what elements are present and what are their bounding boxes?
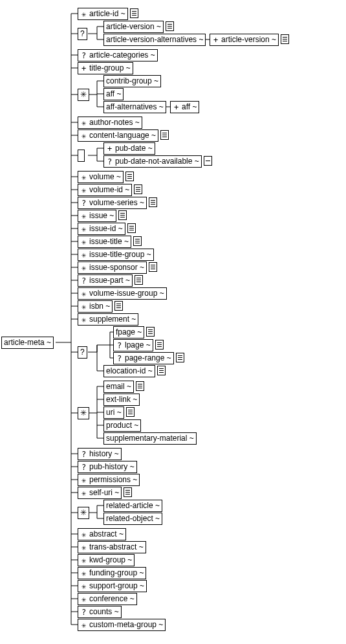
node-history: ?history ~ (78, 448, 122, 460)
node-article-id: ✳article-id ~ (78, 8, 128, 20)
node-label: pub-date-not-available ~ (115, 157, 199, 166)
node-label: page-range ~ (125, 353, 171, 362)
node-article-version: article-version ~ (103, 21, 164, 33)
doc-icon (130, 8, 138, 18)
doc-icon (114, 301, 123, 311)
node-label: isbn ~ (89, 302, 110, 311)
node-related-object: related-object ~ (103, 513, 162, 525)
occurrence-indicator: ✳ (80, 408, 87, 417)
node-label: volume ~ (89, 172, 121, 181)
node-label: email ~ (106, 382, 131, 391)
doc-icon (127, 223, 136, 233)
occurrence-indicator: ✳ (80, 250, 87, 260)
node-support-group: ✳support-group ~ (78, 580, 147, 592)
node-label: issue-title-group ~ (89, 250, 151, 259)
node-label: fpage ~ (116, 328, 142, 337)
doc-icon (133, 236, 142, 246)
node-label: article-id ~ (89, 9, 125, 18)
node-label: elocation-id ~ (106, 366, 153, 375)
node-elocation-id: elocation-id ~ (103, 365, 155, 377)
occurrence-indicator: ✳ (80, 582, 87, 591)
occurrence-indicator: ✳ (80, 131, 87, 140)
doc-icon (157, 366, 166, 375)
node-label: aff-alternatives ~ (106, 102, 164, 111)
node-self-uri: ✳self-uri ~ (78, 487, 122, 499)
node-label: trans-abstract ~ (89, 542, 144, 551)
choice-choice1: ? (78, 28, 87, 40)
node-label: lpage ~ (125, 340, 151, 350)
node-label: abstract ~ (89, 529, 124, 539)
choice-choice2: ✳ (78, 89, 89, 101)
node-volume-series: ?volume-series ~ (78, 197, 147, 209)
node-ext-link: ext-link ~ (103, 394, 140, 406)
node-aff: aff ~ (103, 88, 124, 100)
node-label: issue-id ~ (89, 224, 123, 233)
node-custom-meta-group: ✳custom-meta-group ~ (78, 619, 166, 631)
occurrence-indicator: + (106, 144, 113, 153)
collapse-icon (204, 156, 212, 166)
node-abstract: ✳abstract ~ (78, 528, 126, 540)
occurrence-indicator: ? (116, 341, 123, 350)
node-conference: ✳conference ~ (78, 593, 137, 605)
occurrence-indicator: ? (80, 608, 87, 617)
choice-choice4: ? (78, 346, 87, 359)
occurrence-indicator: ✳ (80, 238, 87, 247)
node-label: volume-series ~ (89, 198, 144, 207)
occurrence-indicator: ? (80, 51, 87, 60)
node-label: issue-part ~ (89, 276, 130, 285)
node-aff-child: +aff ~ (170, 101, 199, 113)
occurrence-indicator: + (212, 36, 219, 45)
node-pub-date: +pub-date ~ (103, 142, 155, 155)
occurrence-indicator: ? (80, 450, 87, 459)
node-label: volume-issue-group ~ (89, 289, 164, 298)
occurrence-indicator: ? (106, 157, 113, 166)
occurrence-indicator: ✳ (80, 556, 87, 565)
occurrence-indicator: ? (80, 463, 87, 472)
occurrence-indicator: ✳ (80, 118, 87, 128)
occurrence-indicator: ? (80, 29, 85, 38)
node-author-notes: ✳author-notes ~ (78, 117, 142, 129)
occurrence-indicator: ✳ (80, 225, 87, 234)
node-email: email ~ (103, 381, 134, 393)
node-page-range: ?page-range ~ (113, 352, 174, 364)
node-label: volume-id ~ (89, 185, 129, 194)
node-uri: uri ~ (103, 406, 124, 419)
node-label: article-categories ~ (89, 50, 155, 60)
node-label: product ~ (106, 421, 138, 430)
node-label: uri ~ (106, 408, 122, 417)
occurrence-indicator: ✳ (80, 530, 87, 539)
occurrence-indicator: ? (80, 348, 85, 357)
node-supplement: ✳supplement ~ (78, 313, 138, 326)
node-related-article: related-article ~ (103, 500, 162, 512)
occurrence-indicator: ✳ (80, 212, 87, 221)
node-fpage: fpage ~ (113, 326, 144, 339)
node-article-version-alt: article-version-alternatives ~ (103, 34, 206, 46)
doc-icon (126, 407, 135, 417)
node-label: kwd-group ~ (89, 555, 132, 564)
occurrence-indicator: ✳ (80, 263, 87, 272)
node-supp-mat: supplementary-material ~ (103, 432, 197, 445)
node-title-group: +title-group ~ (78, 62, 133, 74)
occurrence-indicator: ✳ (80, 543, 87, 552)
occurrence-indicator: ✳ (80, 595, 87, 604)
occurrence-indicator: ? (116, 354, 123, 363)
node-label: related-object ~ (106, 514, 160, 523)
node-label: permissions ~ (89, 475, 137, 484)
node-article-categories: ?article-categories ~ (78, 49, 158, 61)
node-label: counts ~ (89, 607, 119, 616)
occurrence-indicator: + (173, 103, 180, 112)
occurrence-indicator: ✳ (80, 621, 87, 630)
doc-icon (118, 210, 127, 220)
occurrence-indicator: ✳ (80, 173, 87, 182)
node-issue-part: ?issue-part ~ (78, 274, 133, 287)
node-funding-group: ✳funding-group ~ (78, 567, 146, 579)
occurrence-indicator: ✳ (80, 476, 87, 485)
node-label: aff ~ (106, 89, 121, 98)
doc-icon (136, 381, 144, 391)
node-label: ext-link ~ (106, 395, 137, 404)
node-label: article-version-alternatives ~ (106, 35, 203, 44)
doc-icon (281, 34, 289, 44)
node-permissions: ✳permissions ~ (78, 474, 140, 486)
doc-icon (134, 184, 142, 194)
doc-icon (149, 262, 157, 272)
